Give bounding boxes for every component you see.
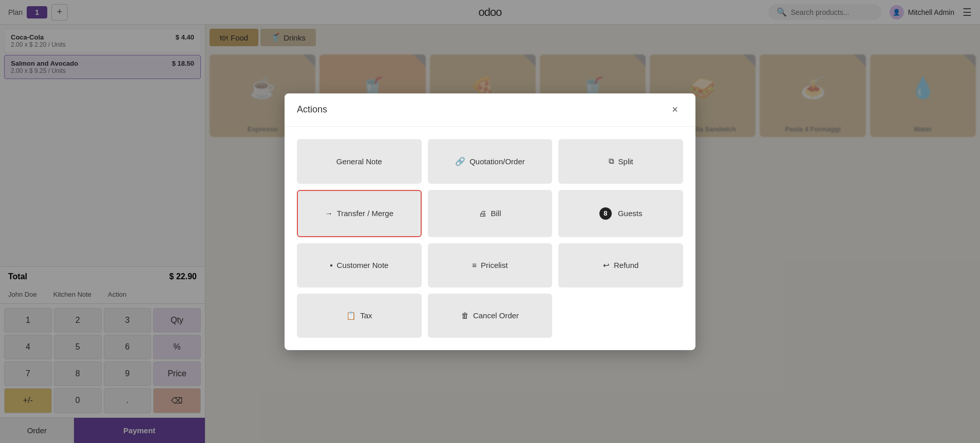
modal-body: General Note 🔗 Quotation/Order ⧉ Split →… bbox=[285, 127, 695, 350]
split-button[interactable]: ⧉ Split bbox=[558, 139, 683, 184]
quotation-order-label: Quotation/Order bbox=[469, 157, 525, 166]
tax-button[interactable]: 📋 Tax bbox=[297, 294, 422, 338]
bill-button[interactable]: 🖨 Bill bbox=[428, 190, 553, 237]
quotation-order-button[interactable]: 🔗 Quotation/Order bbox=[428, 139, 553, 184]
action-grid: General Note 🔗 Quotation/Order ⧉ Split →… bbox=[297, 139, 683, 338]
transfer-merge-label: Transfer / Merge bbox=[337, 209, 393, 218]
guests-label: Guests bbox=[618, 209, 643, 218]
pricelist-label: Pricelist bbox=[481, 261, 508, 269]
cancel-order-button[interactable]: 🗑 Cancel Order bbox=[428, 294, 553, 338]
split-label: Split bbox=[618, 157, 633, 166]
modal-title: Actions bbox=[297, 104, 327, 115]
guests-button[interactable]: 8 Guests bbox=[558, 190, 683, 237]
note-icon: ▪ bbox=[330, 261, 332, 269]
tax-icon: 📋 bbox=[346, 311, 356, 320]
guests-badge: 8 bbox=[599, 207, 612, 220]
modal-header: Actions × bbox=[285, 93, 695, 127]
list-icon: ≡ bbox=[472, 261, 477, 269]
cancel-order-label: Cancel Order bbox=[473, 311, 519, 320]
modal-close-button[interactable]: × bbox=[667, 102, 683, 118]
transfer-merge-button[interactable]: → Transfer / Merge bbox=[297, 190, 422, 237]
trash-icon: 🗑 bbox=[461, 311, 469, 320]
general-note-label: General Note bbox=[336, 157, 382, 166]
refund-icon: ↩ bbox=[603, 261, 610, 270]
refund-label: Refund bbox=[614, 261, 638, 269]
arrow-icon: → bbox=[325, 209, 333, 218]
refund-button[interactable]: ↩ Refund bbox=[558, 243, 683, 287]
general-note-button[interactable]: General Note bbox=[297, 139, 422, 184]
bill-label: Bill bbox=[491, 209, 501, 218]
modal-overlay: Actions × General Note 🔗 Quotation/Order… bbox=[0, 0, 980, 443]
actions-modal: Actions × General Note 🔗 Quotation/Order… bbox=[285, 93, 695, 350]
empty-cell bbox=[558, 294, 683, 338]
split-icon: ⧉ bbox=[609, 157, 614, 166]
pricelist-button[interactable]: ≡ Pricelist bbox=[428, 243, 553, 287]
customer-note-button[interactable]: ▪ Customer Note bbox=[297, 243, 422, 287]
printer-icon: 🖨 bbox=[479, 209, 486, 218]
tax-label: Tax bbox=[360, 311, 372, 320]
link-icon: 🔗 bbox=[455, 157, 465, 166]
customer-note-label: Customer Note bbox=[337, 261, 389, 269]
